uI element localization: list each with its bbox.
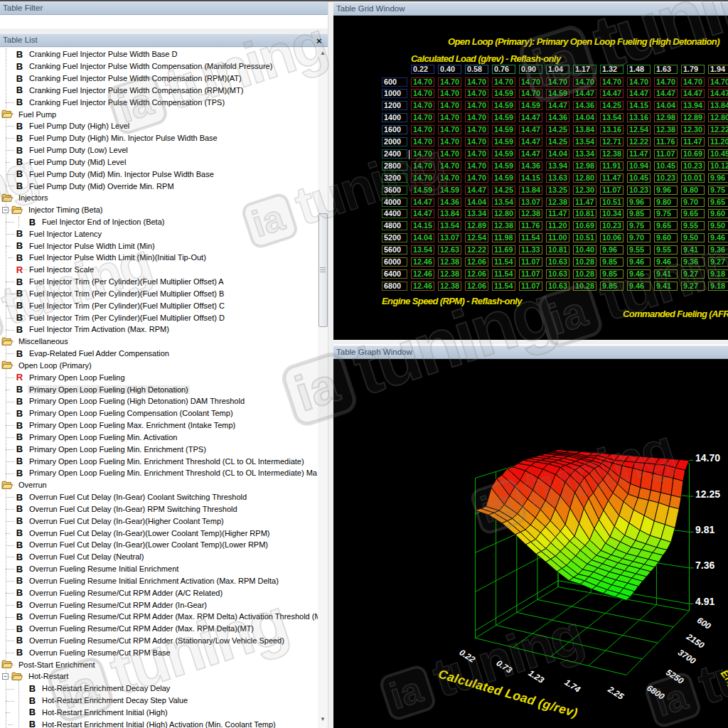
svg-text:0.22: 0.22: [458, 647, 477, 665]
svg-text:Engine Speed (RPM): Engine Speed (RPM): [719, 667, 728, 728]
svg-text:4.91: 4.91: [695, 596, 714, 607]
svg-text:1.23: 1.23: [527, 668, 546, 685]
svg-text:600: 600: [695, 615, 713, 631]
svg-text:9.81: 9.81: [695, 524, 714, 535]
svg-text:2150: 2150: [684, 631, 706, 651]
svg-text:1.74: 1.74: [563, 677, 582, 695]
svg-text:14.70: 14.70: [695, 452, 720, 464]
svg-text:12.25: 12.25: [695, 488, 720, 500]
svg-text:2.25: 2.25: [606, 684, 626, 702]
svg-text:7.36: 7.36: [695, 560, 714, 571]
svg-text:0.73: 0.73: [495, 658, 514, 675]
svg-text:5250: 5250: [664, 668, 685, 686]
svg-text:3700: 3700: [676, 648, 697, 666]
svg-text:6800: 6800: [645, 683, 666, 702]
